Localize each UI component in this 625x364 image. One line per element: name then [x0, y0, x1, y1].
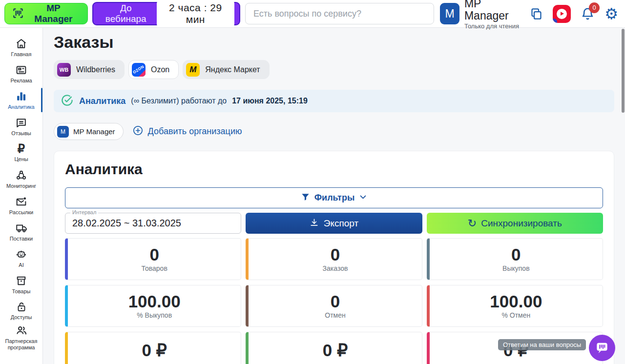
- chat-widget-button[interactable]: [589, 335, 615, 361]
- spinner-icon: [15, 169, 27, 182]
- ruble-icon: ₽: [18, 143, 25, 155]
- stat-card-buyout-percent: 100.00 % Выкупов: [65, 285, 241, 327]
- analytics-card: Аналитика Фильтры Интервал 28.02.2: [54, 151, 614, 364]
- export-button[interactable]: Экспорт: [246, 213, 422, 234]
- user-name: MP Manager: [464, 0, 522, 21]
- sidebar-nav: Главная Реклама Аналитика: [0, 28, 43, 364]
- main-content: Заказы WB Wildberries OZON Ozon M Яндекс…: [43, 28, 625, 364]
- stat-card-buyouts: 0 Выкупов: [427, 238, 603, 280]
- stat-card-products: 0 Товаров: [65, 238, 241, 280]
- sidebar-item-supplies[interactable]: Поставки: [0, 219, 42, 245]
- sidebar-item-access[interactable]: Доступы: [0, 298, 42, 324]
- filters-toggle[interactable]: Фильтры: [65, 187, 603, 208]
- download-icon: [310, 218, 319, 229]
- stat-card-orders: 0 Заказов: [246, 238, 422, 280]
- stats-row-1: 0 Товаров 0 Заказов 0 Выкупов: [65, 238, 603, 280]
- header-search: [245, 3, 434, 24]
- sidebar-item-home[interactable]: Главная: [0, 34, 42, 61]
- user-role: Только для чтения: [464, 22, 522, 30]
- people-icon: [15, 324, 28, 337]
- banner-text: (∞ Безлимит) работают до: [131, 97, 227, 105]
- banner-analytics-link[interactable]: Аналитика: [79, 96, 125, 106]
- lock-icon: [16, 301, 27, 313]
- organization-pill[interactable]: M MP Manager: [54, 123, 124, 140]
- notifications-bell-icon[interactable]: 0: [581, 7, 595, 21]
- stat-card-cancellations: 0 Отмен: [246, 285, 422, 327]
- home-icon: [15, 38, 27, 50]
- sidebar-item-ai[interactable]: AI: [0, 245, 42, 271]
- stat-card-cancel-percent: 100.00 % Отмен: [427, 285, 603, 327]
- banner-date: 17 июня 2025, 15:19: [232, 97, 308, 105]
- sidebar-item-reviews[interactable]: Отзывы: [0, 113, 42, 140]
- marketplace-tabs: WB Wildberries OZON Ozon M Яндекс Маркет: [54, 60, 614, 79]
- ads-card-icon: [15, 64, 27, 76]
- sidebar-item-products[interactable]: Товары: [0, 271, 42, 298]
- plus-circle-icon: [132, 125, 144, 139]
- stat-card-rub-1: 0 ₽: [65, 332, 241, 364]
- notifications-badge: 0: [589, 2, 600, 13]
- organization-name: MP Manager: [73, 127, 115, 136]
- truck-icon: [15, 222, 28, 234]
- chevron-down-icon: [359, 193, 367, 203]
- organization-avatar: M: [57, 126, 69, 138]
- stat-card-rub-2: 0 ₽: [246, 332, 422, 364]
- sidebar-item-prices[interactable]: ₽ Цены: [0, 140, 42, 166]
- check-circle-icon: [61, 94, 74, 109]
- page-title: Заказы: [54, 33, 614, 52]
- tab-ozon[interactable]: OZON Ozon: [128, 60, 179, 79]
- sidebar-item-mailings[interactable]: Рассылки: [0, 192, 42, 219]
- subscription-banner: Аналитика (∞ Безлимит) работают до 17 ию…: [54, 90, 614, 112]
- search-input[interactable]: [245, 3, 434, 24]
- vertical-scrollbar[interactable]: [622, 29, 625, 113]
- filter-funnel-icon: [301, 192, 310, 203]
- add-organization-button[interactable]: Добавить организацию: [132, 125, 242, 139]
- chat-bubble-icon: [594, 340, 610, 357]
- webinar-timer: 2 часа : 29 мин: [157, 0, 234, 27]
- robot-icon: [15, 248, 27, 261]
- analytics-title: Аналитика: [65, 161, 603, 178]
- organization-row: M MP Manager Добавить организацию: [54, 123, 614, 140]
- sync-button[interactable]: ↻ Синхронизировать: [427, 213, 603, 234]
- interval-date-field[interactable]: Интервал 28.02.2025 ~ 31.03.2025: [65, 213, 241, 234]
- app-logo-label: MP Manager: [29, 3, 78, 24]
- bar-chart-icon: [15, 90, 27, 102]
- top-header: MP Manager До вебинара 2 часа : 29 мин M…: [0, 0, 625, 28]
- yandex-market-icon: M: [186, 63, 200, 77]
- barcode-scan-icon: [12, 7, 24, 21]
- chat-tooltip: Ответим на ваши вопросы: [498, 339, 586, 350]
- sync-icon: ↻: [468, 218, 477, 229]
- user-menu[interactable]: M MP Manager Только для чтения: [440, 0, 522, 30]
- app-logo-button[interactable]: MP Manager: [4, 3, 88, 24]
- box-icon: [15, 275, 27, 287]
- stats-row-2: 100.00 % Выкупов 0 Отмен 100.00 % Отмен: [65, 285, 603, 327]
- webinar-countdown-button[interactable]: До вебинара 2 часа : 29 мин: [92, 2, 240, 25]
- webinar-label: До вебинара: [101, 3, 151, 24]
- user-avatar: M: [440, 3, 459, 24]
- comment-icon: [15, 117, 27, 129]
- tab-yandex-market[interactable]: M Яндекс Маркет: [183, 60, 269, 79]
- copy-icon[interactable]: [530, 7, 543, 20]
- sidebar-item-analytics[interactable]: Аналитика: [0, 87, 42, 113]
- sidebar-item-partner-program[interactable]: Партнерская программа: [0, 324, 42, 350]
- ozon-icon: OZON: [132, 63, 146, 77]
- envelope-dot-icon: [15, 196, 27, 208]
- video-channel-icon[interactable]: [553, 5, 571, 23]
- tab-wildberries[interactable]: WB Wildberries: [54, 60, 125, 79]
- interval-label: Интервал: [70, 209, 98, 215]
- sidebar-item-ads[interactable]: Реклама: [0, 61, 42, 87]
- wildberries-icon: WB: [57, 63, 71, 77]
- settings-gear-icon[interactable]: ⚙: [604, 6, 618, 21]
- interval-value: 28.02.2025 ~ 31.03.2025: [72, 218, 181, 229]
- sidebar-item-monitoring[interactable]: Мониторинг: [0, 166, 42, 192]
